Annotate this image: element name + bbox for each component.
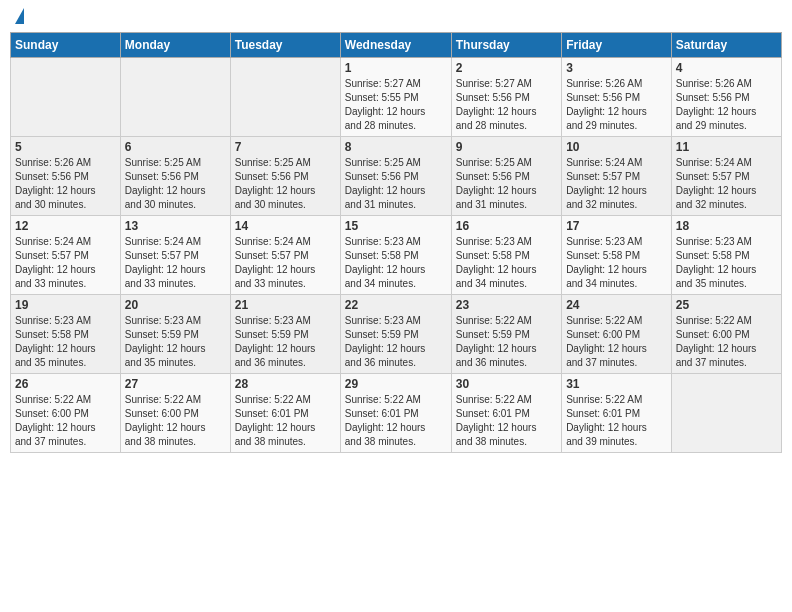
calendar-cell xyxy=(11,58,121,137)
day-number: 8 xyxy=(345,140,447,154)
calendar-cell: 20Sunrise: 5:23 AM Sunset: 5:59 PM Dayli… xyxy=(120,295,230,374)
day-number: 3 xyxy=(566,61,667,75)
day-info: Sunrise: 5:22 AM Sunset: 6:01 PM Dayligh… xyxy=(456,393,557,449)
day-info: Sunrise: 5:25 AM Sunset: 5:56 PM Dayligh… xyxy=(345,156,447,212)
day-info: Sunrise: 5:23 AM Sunset: 5:58 PM Dayligh… xyxy=(676,235,777,291)
page-header xyxy=(10,10,782,24)
day-number: 28 xyxy=(235,377,336,391)
day-number: 4 xyxy=(676,61,777,75)
calendar-cell: 22Sunrise: 5:23 AM Sunset: 5:59 PM Dayli… xyxy=(340,295,451,374)
calendar-week-5: 26Sunrise: 5:22 AM Sunset: 6:00 PM Dayli… xyxy=(11,374,782,453)
day-info: Sunrise: 5:22 AM Sunset: 6:01 PM Dayligh… xyxy=(566,393,667,449)
calendar-cell: 30Sunrise: 5:22 AM Sunset: 6:01 PM Dayli… xyxy=(451,374,561,453)
calendar-cell: 23Sunrise: 5:22 AM Sunset: 5:59 PM Dayli… xyxy=(451,295,561,374)
calendar-cell: 26Sunrise: 5:22 AM Sunset: 6:00 PM Dayli… xyxy=(11,374,121,453)
day-info: Sunrise: 5:23 AM Sunset: 5:58 PM Dayligh… xyxy=(345,235,447,291)
day-info: Sunrise: 5:26 AM Sunset: 5:56 PM Dayligh… xyxy=(15,156,116,212)
day-header-wednesday: Wednesday xyxy=(340,33,451,58)
calendar-table: SundayMondayTuesdayWednesdayThursdayFrid… xyxy=(10,32,782,453)
calendar-cell: 19Sunrise: 5:23 AM Sunset: 5:58 PM Dayli… xyxy=(11,295,121,374)
calendar-cell xyxy=(230,58,340,137)
calendar-cell: 15Sunrise: 5:23 AM Sunset: 5:58 PM Dayli… xyxy=(340,216,451,295)
day-info: Sunrise: 5:25 AM Sunset: 5:56 PM Dayligh… xyxy=(456,156,557,212)
day-number: 22 xyxy=(345,298,447,312)
calendar-week-4: 19Sunrise: 5:23 AM Sunset: 5:58 PM Dayli… xyxy=(11,295,782,374)
calendar-cell: 28Sunrise: 5:22 AM Sunset: 6:01 PM Dayli… xyxy=(230,374,340,453)
day-info: Sunrise: 5:26 AM Sunset: 5:56 PM Dayligh… xyxy=(676,77,777,133)
calendar-cell: 17Sunrise: 5:23 AM Sunset: 5:58 PM Dayli… xyxy=(562,216,672,295)
calendar-cell: 7Sunrise: 5:25 AM Sunset: 5:56 PM Daylig… xyxy=(230,137,340,216)
calendar-cell: 2Sunrise: 5:27 AM Sunset: 5:56 PM Daylig… xyxy=(451,58,561,137)
day-number: 14 xyxy=(235,219,336,233)
day-header-friday: Friday xyxy=(562,33,672,58)
calendar-cell: 13Sunrise: 5:24 AM Sunset: 5:57 PM Dayli… xyxy=(120,216,230,295)
day-info: Sunrise: 5:27 AM Sunset: 5:55 PM Dayligh… xyxy=(345,77,447,133)
calendar-cell: 27Sunrise: 5:22 AM Sunset: 6:00 PM Dayli… xyxy=(120,374,230,453)
calendar-cell xyxy=(671,374,781,453)
day-number: 31 xyxy=(566,377,667,391)
day-number: 13 xyxy=(125,219,226,233)
day-number: 24 xyxy=(566,298,667,312)
day-info: Sunrise: 5:22 AM Sunset: 6:00 PM Dayligh… xyxy=(125,393,226,449)
calendar-cell: 31Sunrise: 5:22 AM Sunset: 6:01 PM Dayli… xyxy=(562,374,672,453)
day-info: Sunrise: 5:22 AM Sunset: 6:01 PM Dayligh… xyxy=(235,393,336,449)
day-info: Sunrise: 5:24 AM Sunset: 5:57 PM Dayligh… xyxy=(235,235,336,291)
day-info: Sunrise: 5:23 AM Sunset: 5:59 PM Dayligh… xyxy=(345,314,447,370)
day-header-tuesday: Tuesday xyxy=(230,33,340,58)
day-info: Sunrise: 5:23 AM Sunset: 5:58 PM Dayligh… xyxy=(456,235,557,291)
day-number: 12 xyxy=(15,219,116,233)
day-info: Sunrise: 5:22 AM Sunset: 6:00 PM Dayligh… xyxy=(566,314,667,370)
day-info: Sunrise: 5:24 AM Sunset: 5:57 PM Dayligh… xyxy=(676,156,777,212)
day-number: 7 xyxy=(235,140,336,154)
day-info: Sunrise: 5:24 AM Sunset: 5:57 PM Dayligh… xyxy=(125,235,226,291)
calendar-header-row: SundayMondayTuesdayWednesdayThursdayFrid… xyxy=(11,33,782,58)
day-info: Sunrise: 5:22 AM Sunset: 6:00 PM Dayligh… xyxy=(15,393,116,449)
calendar-cell: 29Sunrise: 5:22 AM Sunset: 6:01 PM Dayli… xyxy=(340,374,451,453)
day-number: 10 xyxy=(566,140,667,154)
day-info: Sunrise: 5:25 AM Sunset: 5:56 PM Dayligh… xyxy=(235,156,336,212)
calendar-cell: 1Sunrise: 5:27 AM Sunset: 5:55 PM Daylig… xyxy=(340,58,451,137)
day-info: Sunrise: 5:22 AM Sunset: 6:01 PM Dayligh… xyxy=(345,393,447,449)
day-number: 27 xyxy=(125,377,226,391)
day-info: Sunrise: 5:25 AM Sunset: 5:56 PM Dayligh… xyxy=(125,156,226,212)
calendar-cell xyxy=(120,58,230,137)
calendar-cell: 25Sunrise: 5:22 AM Sunset: 6:00 PM Dayli… xyxy=(671,295,781,374)
day-number: 21 xyxy=(235,298,336,312)
calendar-cell: 16Sunrise: 5:23 AM Sunset: 5:58 PM Dayli… xyxy=(451,216,561,295)
day-header-thursday: Thursday xyxy=(451,33,561,58)
calendar-week-2: 5Sunrise: 5:26 AM Sunset: 5:56 PM Daylig… xyxy=(11,137,782,216)
day-info: Sunrise: 5:23 AM Sunset: 5:59 PM Dayligh… xyxy=(235,314,336,370)
day-header-saturday: Saturday xyxy=(671,33,781,58)
day-number: 1 xyxy=(345,61,447,75)
day-number: 20 xyxy=(125,298,226,312)
calendar-cell: 10Sunrise: 5:24 AM Sunset: 5:57 PM Dayli… xyxy=(562,137,672,216)
day-info: Sunrise: 5:23 AM Sunset: 5:59 PM Dayligh… xyxy=(125,314,226,370)
day-info: Sunrise: 5:22 AM Sunset: 5:59 PM Dayligh… xyxy=(456,314,557,370)
day-number: 25 xyxy=(676,298,777,312)
day-number: 18 xyxy=(676,219,777,233)
day-number: 17 xyxy=(566,219,667,233)
day-info: Sunrise: 5:24 AM Sunset: 5:57 PM Dayligh… xyxy=(15,235,116,291)
calendar-cell: 21Sunrise: 5:23 AM Sunset: 5:59 PM Dayli… xyxy=(230,295,340,374)
calendar-cell: 24Sunrise: 5:22 AM Sunset: 6:00 PM Dayli… xyxy=(562,295,672,374)
day-info: Sunrise: 5:26 AM Sunset: 5:56 PM Dayligh… xyxy=(566,77,667,133)
calendar-week-1: 1Sunrise: 5:27 AM Sunset: 5:55 PM Daylig… xyxy=(11,58,782,137)
day-number: 19 xyxy=(15,298,116,312)
day-number: 16 xyxy=(456,219,557,233)
day-header-sunday: Sunday xyxy=(11,33,121,58)
day-number: 30 xyxy=(456,377,557,391)
day-number: 11 xyxy=(676,140,777,154)
day-info: Sunrise: 5:24 AM Sunset: 5:57 PM Dayligh… xyxy=(566,156,667,212)
calendar-cell: 5Sunrise: 5:26 AM Sunset: 5:56 PM Daylig… xyxy=(11,137,121,216)
calendar-cell: 3Sunrise: 5:26 AM Sunset: 5:56 PM Daylig… xyxy=(562,58,672,137)
calendar-cell: 8Sunrise: 5:25 AM Sunset: 5:56 PM Daylig… xyxy=(340,137,451,216)
day-number: 5 xyxy=(15,140,116,154)
calendar-cell: 11Sunrise: 5:24 AM Sunset: 5:57 PM Dayli… xyxy=(671,137,781,216)
day-info: Sunrise: 5:23 AM Sunset: 5:58 PM Dayligh… xyxy=(566,235,667,291)
calendar-cell: 12Sunrise: 5:24 AM Sunset: 5:57 PM Dayli… xyxy=(11,216,121,295)
day-number: 2 xyxy=(456,61,557,75)
calendar-week-3: 12Sunrise: 5:24 AM Sunset: 5:57 PM Dayli… xyxy=(11,216,782,295)
day-number: 6 xyxy=(125,140,226,154)
day-number: 29 xyxy=(345,377,447,391)
day-number: 23 xyxy=(456,298,557,312)
